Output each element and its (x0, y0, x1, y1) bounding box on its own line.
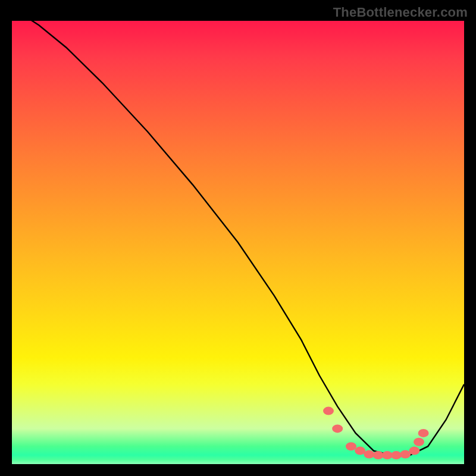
marker-group (323, 407, 429, 460)
marker-point (346, 442, 356, 450)
marker-point (332, 424, 343, 433)
marker-point (355, 447, 365, 455)
chart-svg (12, 21, 464, 464)
plot-area (12, 21, 464, 464)
marker-point (409, 447, 419, 455)
marker-point (414, 438, 424, 446)
marker-point (323, 407, 334, 415)
watermark-text: TheBottlenecker.com (333, 5, 468, 20)
marker-point (364, 450, 374, 459)
curve-line (12, 21, 464, 455)
marker-point (400, 450, 411, 459)
marker-point (418, 429, 429, 437)
chart-container: TheBottlenecker.com (0, 0, 476, 476)
marker-point (391, 451, 402, 459)
